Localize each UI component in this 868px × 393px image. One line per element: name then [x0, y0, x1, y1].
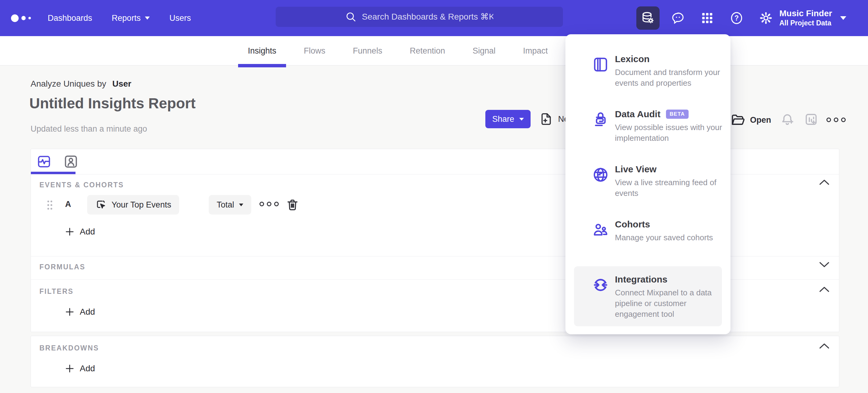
help-icon: ? [730, 11, 744, 25]
apps-grid-button[interactable] [700, 11, 715, 25]
tab-signal[interactable]: Signal [471, 36, 497, 65]
open-report-button[interactable]: Open [731, 113, 771, 127]
report-tabs-bar: Insights Flows Funnels Retention Signal … [0, 36, 868, 65]
collapse-breakdowns-chevron-up-icon[interactable] [819, 342, 830, 349]
search-input[interactable] [362, 12, 493, 22]
menu-item-integrations-text: Integrations Connect Mixpanel to a data … [615, 274, 724, 319]
filters-section-label: FILTERS [39, 287, 74, 296]
global-search[interactable] [276, 7, 563, 27]
data-management-menu: Lexicon Document and transform your even… [565, 34, 731, 334]
nav-users[interactable]: Users [169, 13, 191, 23]
menu-item-description: View a live streaming feed of events [615, 177, 724, 199]
svg-text:?: ? [735, 14, 739, 22]
share-button[interactable]: Share [485, 110, 531, 128]
nav-users-label: Users [169, 13, 191, 23]
tab-flows[interactable]: Flows [302, 36, 327, 65]
analyze-value-selector[interactable]: User [112, 79, 131, 88]
tab-retention[interactable]: Retention [408, 36, 447, 65]
menu-item-description: Manage your saved cohorts [615, 232, 724, 243]
add-filter-label: Add [80, 307, 95, 317]
delete-row-trash-icon[interactable] [286, 198, 299, 212]
updated-timestamp: Updated less than a minute ago [31, 124, 147, 134]
tab-impact-label: Impact [523, 46, 548, 56]
expand-formulas-chevron-down-icon[interactable] [819, 261, 830, 269]
add-event-label: Add [80, 227, 95, 236]
ellipsis-icon [827, 117, 846, 122]
tab-impact[interactable]: Impact [521, 36, 550, 65]
menu-item-lexicon[interactable]: Lexicon Document and transform your even… [565, 46, 731, 101]
create-alert-button[interactable] [780, 112, 795, 127]
menu-item-cohorts[interactable]: Cohorts Manage your saved cohorts [565, 211, 731, 266]
menu-item-title: Cohorts [615, 219, 650, 229]
settings-button[interactable] [758, 11, 773, 25]
event-selector[interactable]: Your Top Events [87, 195, 179, 215]
plus-icon [65, 364, 74, 373]
folder-open-icon [731, 113, 745, 127]
aggregation-selector[interactable]: Total [209, 195, 251, 215]
menu-item-data-audit[interactable]: Data Audit BETA View possible issues wit… [565, 101, 731, 156]
aggregation-value: Total [217, 200, 234, 210]
person-card-icon [63, 154, 79, 169]
add-breakdown-button[interactable]: Add [65, 364, 95, 373]
metrics-view-tab[interactable] [36, 154, 52, 169]
feedback-button[interactable] [671, 11, 685, 25]
integrations-sync-icon [592, 277, 609, 293]
menu-item-data-audit-text: Data Audit BETA View possible issues wit… [615, 109, 724, 144]
chevron-down-icon [239, 203, 243, 206]
report-tabs: Insights Flows Funnels Retention Signal … [246, 36, 550, 65]
menu-item-description: Connect Mixpanel to a data pipeline or c… [615, 287, 724, 319]
collapse-events-chevron-up-icon[interactable] [819, 178, 830, 186]
bell-plus-icon [780, 112, 795, 127]
menu-item-description: Document and transform your events and p… [615, 67, 724, 88]
search-icon [345, 11, 356, 22]
nav-reports[interactable]: Reports [112, 13, 150, 23]
primary-nav: Dashboards Reports Users [48, 0, 191, 36]
add-filter-button[interactable]: Add [65, 307, 95, 317]
events-section-label: EVENTS & COHORTS [39, 181, 124, 189]
feedback-bubble-icon [671, 11, 685, 25]
menu-item-title: Integrations [615, 274, 668, 285]
row-more-button[interactable] [259, 202, 279, 206]
analyze-prefix: Analyze Uniques by [31, 79, 106, 88]
help-button[interactable]: ? [729, 11, 744, 25]
data-management-button[interactable] [636, 6, 659, 30]
formulas-section-label: FORMULAS [39, 263, 85, 271]
data-audit-lock-icon [592, 111, 609, 128]
project-switcher[interactable]: Music Finder All Project Data [779, 0, 846, 36]
breakdowns-section-label: BREAKDOWNS [39, 344, 99, 352]
menu-item-lexicon-text: Lexicon Document and transform your even… [615, 54, 724, 88]
chevron-down-icon [840, 16, 846, 20]
file-plus-icon [539, 112, 553, 126]
add-to-board-button[interactable] [804, 112, 818, 127]
profiles-view-tab[interactable] [63, 154, 79, 169]
add-event-button[interactable]: Add [65, 227, 95, 236]
chevron-down-icon [519, 118, 524, 120]
mixpanel-logo-icon[interactable] [11, 0, 31, 36]
tab-funnels-label: Funnels [353, 46, 382, 56]
nav-dashboards[interactable]: Dashboards [48, 13, 92, 23]
menu-item-title: Live View [615, 164, 656, 174]
add-breakdown-label: Add [80, 364, 95, 373]
chart-plus-icon [804, 112, 818, 127]
top-nav: Dashboards Reports Users [0, 0, 868, 36]
tab-funnels[interactable]: Funnels [351, 36, 384, 65]
analyze-by-row: Analyze Uniques byUser [31, 79, 131, 89]
tab-retention-label: Retention [410, 46, 445, 56]
drag-handle-icon[interactable] [46, 200, 54, 210]
menu-item-integrations[interactable]: Integrations Connect Mixpanel to a data … [574, 266, 722, 326]
page-title: Untitled Insights Report [29, 95, 196, 112]
tab-flows-label: Flows [304, 46, 326, 56]
menu-item-live-view[interactable]: Live View View a live streaming feed of … [565, 156, 731, 211]
tab-insights-label: Insights [248, 46, 276, 56]
more-actions-button[interactable] [827, 117, 846, 122]
menu-item-cohorts-text: Cohorts Manage your saved cohorts [615, 219, 724, 243]
project-name: Music Finder [779, 8, 832, 19]
plus-icon [65, 307, 74, 316]
cursor-click-icon [95, 199, 107, 210]
grid-icon [701, 11, 714, 25]
menu-item-description: View possible issues with your implement… [615, 122, 724, 144]
collapse-filters-chevron-up-icon[interactable] [819, 286, 830, 293]
tab-insights[interactable]: Insights [246, 36, 278, 65]
nav-right-icons: ? [636, 0, 773, 36]
nav-dashboards-label: Dashboards [48, 13, 92, 23]
